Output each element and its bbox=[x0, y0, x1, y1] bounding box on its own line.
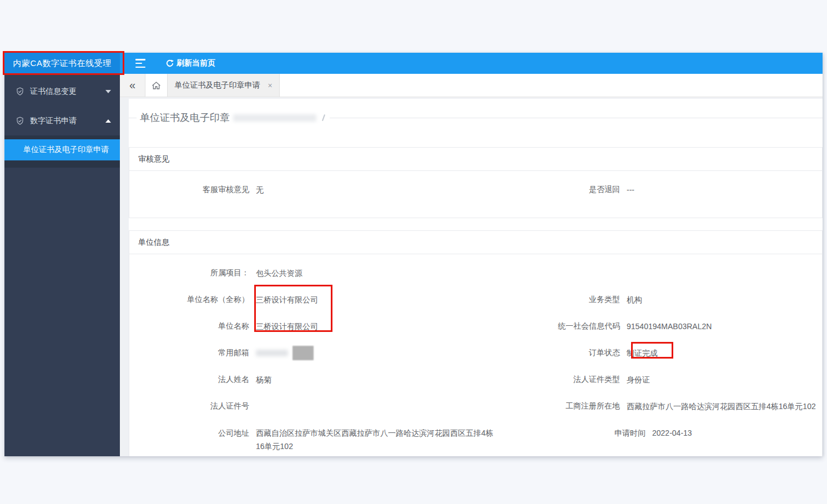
field-value: --- bbox=[627, 183, 634, 196]
field-label: 客服审核意见 bbox=[129, 185, 256, 195]
field-value: 杨菊 bbox=[256, 373, 271, 386]
topbar: 刷新当前页 bbox=[120, 53, 823, 74]
field-value-order-status: 制证完成 bbox=[627, 346, 658, 360]
field-value: 机构 bbox=[627, 293, 642, 306]
field-value: 无 bbox=[256, 183, 264, 196]
form-row: 所属项目： 包头公共资源 bbox=[129, 260, 822, 286]
redaction-artifact bbox=[320, 115, 327, 120]
shield-check-icon bbox=[16, 87, 24, 96]
sidebar-submenu: 单位证书及电子印章申请 bbox=[4, 135, 120, 168]
app-window: 内蒙CA数字证书在线受理 证书信息变更 数字证书申请 单位证书及电子印章申请 刷… bbox=[4, 53, 823, 456]
refresh-icon bbox=[165, 59, 174, 68]
field-label: 法人姓名 bbox=[129, 375, 256, 385]
field-label: 法人证件号 bbox=[129, 401, 256, 411]
form-row: 公司地址 西藏自治区拉萨市城关区西藏拉萨市八一路哈达滨河花园西区五排4栋16单元… bbox=[129, 420, 822, 456]
field-label: 统一社会信息代码 bbox=[473, 321, 627, 331]
tabbar: « 单位证书及电子印章申请 × bbox=[120, 74, 823, 97]
field-label: 订单状态 bbox=[473, 348, 627, 358]
field-label: 法人证件类型 bbox=[473, 375, 627, 385]
chevron-up-icon bbox=[105, 119, 111, 123]
field-value: 西藏拉萨市八一路哈达滨河花园西区五排4栋16单元102 bbox=[627, 400, 816, 413]
page-heading-row: 单位证书及电子印章 bbox=[129, 99, 823, 123]
sidebar-item-label: 证书信息变更 bbox=[30, 87, 77, 97]
sidebar-item-cert-info-change[interactable]: 证书信息变更 bbox=[4, 77, 120, 106]
page-title: 单位证书及电子印章 bbox=[140, 111, 230, 124]
section-review-opinion: 审核意见 客服审核意见 无 是否退回 --- bbox=[129, 147, 823, 218]
field-label: 单位名称 bbox=[129, 321, 256, 331]
field-label: 是否退回 bbox=[473, 185, 627, 195]
field-label: 申请时间 bbox=[499, 426, 652, 440]
field-label: 单位名称（全称） bbox=[129, 295, 256, 305]
redacted-email-blur bbox=[256, 350, 288, 356]
sidebar: 内蒙CA数字证书在线受理 证书信息变更 数字证书申请 单位证书及电子印章申请 bbox=[4, 53, 120, 456]
form-row: 常用邮箱 订单状态 制证完成 bbox=[129, 340, 822, 366]
section-unit-info: 单位信息 所属项目： 包头公共资源 单位名称（全称） 三桥设计有限公司 bbox=[129, 230, 823, 456]
field-label: 工商注册所在地 bbox=[473, 401, 627, 411]
form-row: 单位名称（全称） 三桥设计有限公司 业务类型 机构 bbox=[129, 286, 822, 313]
heading-left-rule bbox=[129, 118, 137, 118]
section-title: 审核意见 bbox=[129, 148, 822, 171]
redacted-heading-text bbox=[233, 114, 316, 122]
field-label: 公司地址 bbox=[129, 426, 256, 440]
sidebar-item-digital-cert-apply[interactable]: 数字证书申请 bbox=[4, 107, 120, 135]
chevron-down-icon bbox=[105, 90, 111, 93]
section-title: 单位信息 bbox=[129, 231, 822, 254]
field-value: 2022-04-13 bbox=[652, 426, 692, 440]
page: { "colors": { "topbar_blue": "#1d9bf2", … bbox=[0, 0, 827, 504]
refresh-label: 刷新当前页 bbox=[177, 58, 215, 68]
refresh-page-button[interactable]: 刷新当前页 bbox=[165, 58, 215, 68]
form-row: 客服审核意见 无 是否退回 --- bbox=[129, 177, 822, 203]
sidebar-app-title: 内蒙CA数字证书在线受理 bbox=[4, 53, 120, 74]
tabs-back-button[interactable]: « bbox=[120, 74, 145, 97]
redacted-email-block bbox=[293, 346, 314, 360]
field-value: 包头公共资源 bbox=[256, 266, 302, 280]
field-label: 所属项目： bbox=[129, 268, 256, 278]
field-value: 身份证 bbox=[627, 373, 650, 386]
field-value-company-name: 三桥设计有限公司 bbox=[256, 320, 318, 333]
main-content: 单位证书及电子印章 审核意见 客服审核意见 无 是否退回 bbox=[120, 97, 823, 456]
shield-check-icon bbox=[16, 117, 24, 125]
heading-right-rule bbox=[330, 118, 823, 118]
sidebar-item-label: 数字证书申请 bbox=[30, 116, 77, 126]
form-row: 法人证件号 工商注册所在地 西藏拉萨市八一路哈达滨河花园西区五排4栋16单元10… bbox=[129, 393, 822, 420]
home-icon bbox=[151, 80, 162, 90]
collapse-sidebar-icon[interactable] bbox=[135, 59, 147, 68]
field-value: 91540194MAB03RAL2N bbox=[627, 320, 712, 333]
field-value-company-fullname: 三桥设计有限公司 bbox=[256, 293, 318, 306]
form-row: 单位名称 三桥设计有限公司 统一社会信息代码 91540194MAB03RAL2… bbox=[129, 313, 822, 340]
form-row: 法人姓名 杨菊 法人证件类型 身份证 bbox=[129, 366, 822, 393]
tab-unit-cert-seal-apply[interactable]: 单位证书及电子印章申请 × bbox=[168, 74, 280, 97]
field-label: 常用邮箱 bbox=[129, 348, 256, 358]
detail-card: 单位证书及电子印章 审核意见 客服审核意见 无 是否退回 bbox=[129, 99, 823, 456]
home-tab-button[interactable] bbox=[145, 74, 168, 97]
close-icon[interactable]: × bbox=[268, 81, 272, 90]
sidebar-subitem-unit-cert-seal-apply[interactable]: 单位证书及电子印章申请 bbox=[4, 139, 120, 160]
field-value-company-address: 西藏自治区拉萨市城关区西藏拉萨市八一路哈达滨河花园西区五排4栋16单元102 bbox=[256, 426, 499, 453]
field-value-email-redacted bbox=[256, 346, 314, 360]
field-label: 业务类型 bbox=[473, 295, 627, 305]
tab-label: 单位证书及电子印章申请 bbox=[174, 80, 260, 90]
